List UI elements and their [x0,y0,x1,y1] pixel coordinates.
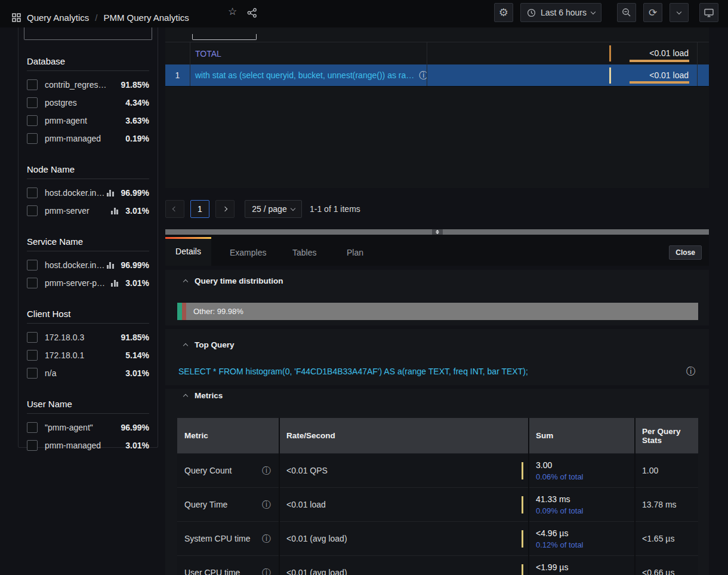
apps-grid-icon[interactable] [12,13,21,22]
filter-item-percent: 3.01% [125,368,149,378]
total-link[interactable]: TOTAL [195,49,221,59]
tab-tables[interactable]: Tables [292,248,316,257]
section-header[interactable]: Query time distribution [184,276,283,285]
distribution-segment: Other: 99.98% [186,303,698,320]
horizontal-scrollbar[interactable] [165,229,709,235]
filter-checkbox[interactable] [27,115,38,126]
tab-details[interactable]: Details [165,237,211,266]
row-number: 1 [175,70,180,80]
refresh-button[interactable]: ⟳ [643,3,662,22]
time-range-picker[interactable]: Last 6 hours [520,3,601,22]
metric-per-query-cell: 1.00 [635,454,698,487]
info-icon[interactable]: ⓘ [419,70,427,81]
filter-item[interactable]: pmm-agent 3.63% [27,112,149,130]
filter-checkbox[interactable] [27,368,38,379]
zoom-out-icon [622,8,631,17]
breadcrumb-page[interactable]: PMM Query Analytics [103,13,189,23]
column-sort-control-partial[interactable] [192,34,257,40]
filter-item[interactable]: 172.18.0.1 5.14% [27,346,149,364]
filter-checkbox[interactable] [27,422,38,433]
metric-name-cell: Query Count ⓘ [177,454,279,487]
filter-item-percent: 3.01% [125,206,149,216]
tab-plan[interactable]: Plan [347,248,363,257]
load-sparkline-tick [609,45,611,62]
filter-item-percent: 91.85% [121,80,149,90]
bar-chart-icon[interactable] [107,189,114,196]
section-divider [27,70,149,71]
filter-checkbox[interactable] [27,187,38,198]
filter-item[interactable]: pmm-server-p… 3.01% [27,274,149,292]
filter-checkbox[interactable] [27,133,38,144]
filter-item[interactable]: pmm-server 3.01% [27,202,149,220]
sum-sparkline-tick [522,564,523,575]
filter-item[interactable]: pmm-managed 3.01% [27,436,149,454]
filter-item[interactable]: contrib_regres… 91.85% [27,76,149,94]
metric-rate-cell: <0.01 (avg load) [279,556,529,575]
filter-item[interactable]: "pmm-agent" 96.99% [27,419,149,436]
metric-rate-cell: <0.01 load [279,488,529,521]
filter-item-list: host.docker.in… 96.99% pmm-server-p… 3.0… [27,256,149,292]
tab-examples[interactable]: Examples [230,248,266,257]
query-load-value: <0.01 load [649,70,689,80]
bar-chart-icon[interactable] [111,207,118,214]
filter-section-title: Database [27,56,149,67]
rate-value: <0.01 (avg load) [286,534,347,543]
query-row-selected[interactable]: 1 with stat as (select queryid, bucket, … [165,64,709,87]
filter-item[interactable]: host.docker.in… 96.99% [27,256,149,274]
star-icon[interactable]: ☆ [228,7,237,17]
breadcrumb-section[interactable]: Query Analytics [27,13,89,23]
info-icon[interactable]: ⓘ [262,533,271,545]
sum-percent-link[interactable]: 0.06% of total [536,472,628,481]
prev-page-button[interactable] [165,200,184,218]
row-number-cell [165,42,190,64]
info-icon[interactable]: ⓘ [262,465,271,476]
filter-checkbox[interactable] [27,440,38,451]
info-icon[interactable]: ⓘ [686,365,696,378]
filter-section: User Name "pmm-agent" 96.99% pmm-managed… [27,399,149,454]
filter-item[interactable]: host.docker.in… 96.99% [27,184,149,202]
refresh-interval-dropdown[interactable] [670,3,689,22]
query-link[interactable]: with stat as (select queryid, bucket, un… [195,70,414,80]
filter-checkbox[interactable] [27,278,38,288]
info-icon[interactable]: ⓘ [262,499,271,511]
refresh-icon: ⟳ [649,8,657,18]
next-page-button[interactable] [215,200,235,218]
filter-checkbox[interactable] [27,79,38,90]
sum-percent-link[interactable]: 0.12% of total [536,540,628,549]
chevron-up-icon [183,343,188,348]
page-1-button[interactable]: 1 [190,200,209,218]
metric-label: Query Count [184,466,232,475]
pane-splitter[interactable] [432,229,443,235]
metric-rate-cell: <0.01 QPS [279,454,529,487]
close-button[interactable]: Close [669,245,702,260]
column-divider [528,418,529,575]
zoom-out-button[interactable] [617,3,636,22]
filter-item[interactable]: pmm-managed 0.19% [27,130,149,147]
bar-chart-icon[interactable] [111,279,118,287]
total-row[interactable]: TOTAL <0.01 load [165,42,709,64]
filter-item[interactable]: 172.18.0.3 91.85% [27,328,149,346]
filter-item[interactable]: n/a 3.01% [27,364,149,382]
load-sparkline-tick [609,67,611,84]
chevron-up-icon [183,394,188,399]
sum-percent-link[interactable]: 0.09% of total [536,506,628,515]
filter-checkbox[interactable] [27,332,38,343]
filter-item[interactable]: postgres 4.34% [27,94,149,112]
kiosk-mode-button[interactable] [699,3,718,22]
filter-checkbox[interactable] [27,260,38,270]
page-size-select[interactable]: 25 / page [245,200,302,218]
info-icon[interactable]: ⓘ [262,567,271,575]
section-header[interactable]: Top Query [184,340,235,349]
bar-chart-icon[interactable] [107,262,114,269]
filter-item-percent: 0.19% [125,134,149,143]
dashboard-settings-button[interactable]: ⚙ [494,3,513,22]
per-query-value: <0.66 µs [642,568,674,575]
share-icon[interactable] [247,8,257,18]
filter-search-input-partial[interactable] [24,27,152,40]
filter-checkbox[interactable] [27,205,38,216]
filter-checkbox[interactable] [27,350,38,361]
filter-checkbox[interactable] [27,97,38,108]
section-header[interactable]: Metrics [184,391,223,400]
col-sum: Sum [529,418,635,453]
filter-item-percent: 4.34% [125,98,149,107]
